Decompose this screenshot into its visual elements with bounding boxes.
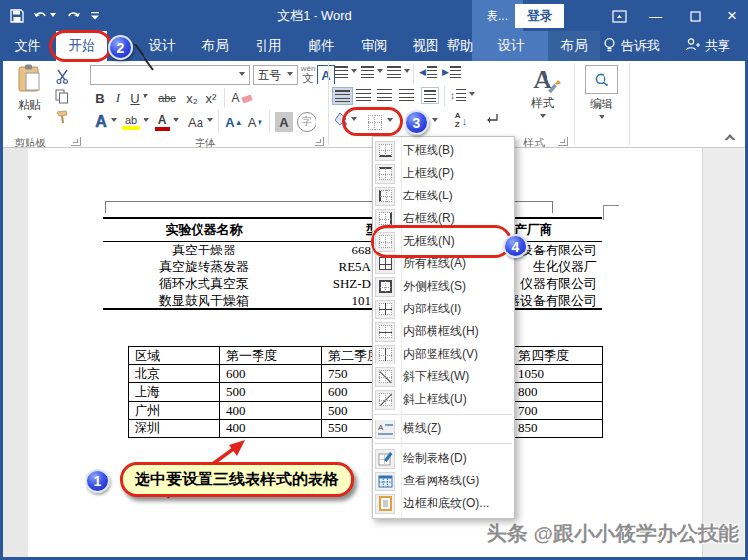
bold-icon[interactable]: B xyxy=(92,89,108,107)
styles-dialog-launcher[interactable] xyxy=(558,137,568,146)
tell-me-box[interactable]: 告诉我 xyxy=(604,31,660,61)
font-dialog-launcher[interactable] xyxy=(315,137,324,146)
save-icon[interactable] xyxy=(10,9,24,23)
tab-table-design[interactable]: 设计 xyxy=(489,31,533,61)
decrease-indent-icon[interactable]: ◀ xyxy=(419,66,437,78)
change-case-caret[interactable] xyxy=(207,118,213,125)
menu-item-inside-vertical-border[interactable]: 内部竖框线(V) xyxy=(373,343,514,365)
tab-view[interactable]: 视图 xyxy=(405,31,446,61)
font-color-icon[interactable]: A xyxy=(153,112,171,132)
copy-icon[interactable] xyxy=(51,87,73,105)
region-quarter-table[interactable]: 区域 第一季度 第二季度 第三季度 第四季度 北京 600 750 1050 上… xyxy=(128,346,603,438)
strikethrough-icon[interactable]: abc xyxy=(154,89,180,107)
menu-item-no-border[interactable]: 无框线(N) xyxy=(373,230,514,252)
menu-item-top-border[interactable]: 上框线(P) xyxy=(373,162,514,185)
tab-file[interactable]: 文件 xyxy=(8,31,47,61)
clear-formatting-icon[interactable]: A xyxy=(230,89,254,107)
menu-item-all-borders[interactable]: 所有框线(A) xyxy=(373,252,514,275)
tab-home[interactable]: 开始 xyxy=(56,31,107,61)
tab-mailings[interactable]: 邮件 xyxy=(301,31,342,61)
multilevel-list-icon[interactable] xyxy=(387,66,410,78)
tab-table-layout[interactable]: 布局 xyxy=(552,31,596,61)
numbering-icon[interactable] xyxy=(361,66,383,78)
share-button[interactable]: 共享 xyxy=(685,31,730,61)
change-case-icon[interactable]: Aa xyxy=(185,112,206,132)
shrink-font-icon[interactable]: A▼ xyxy=(246,112,265,132)
character-shading-icon[interactable]: A xyxy=(275,112,293,132)
draw-table-icon xyxy=(375,449,395,469)
superscript-icon[interactable]: x² xyxy=(202,89,220,107)
text-effects-icon[interactable]: A xyxy=(92,112,110,132)
menu-item-inside-horizontal-border[interactable]: 内部横框线(H) xyxy=(373,320,514,343)
border-inside-icon xyxy=(375,300,395,319)
styles-button[interactable]: A 样式 xyxy=(521,65,564,122)
menu-item-horizontal-line[interactable]: A 横线(Z) xyxy=(373,418,514,440)
customize-qat-caret-icon[interactable] xyxy=(90,12,100,21)
align-right-icon[interactable] xyxy=(377,89,392,101)
mini-separator xyxy=(218,110,219,134)
undo-dropdown-caret[interactable] xyxy=(50,13,56,20)
align-left-icon[interactable] xyxy=(332,87,353,105)
step-badge-3: 3 xyxy=(404,110,429,135)
menu-item-right-border[interactable]: 右框线(R) xyxy=(373,207,514,230)
tab-layout[interactable]: 布局 xyxy=(195,31,236,61)
font-size-combobox[interactable]: 五号 xyxy=(253,65,298,85)
minimize-button[interactable]: — xyxy=(641,0,670,31)
character-border-icon[interactable]: A xyxy=(317,65,335,84)
tab-design[interactable]: 设计 xyxy=(142,31,183,61)
paste-label: 粘贴 xyxy=(18,97,41,114)
phonetic-guide-icon[interactable]: wén 文 xyxy=(300,63,316,84)
bullets-icon[interactable] xyxy=(334,66,357,78)
subscript-icon[interactable]: x₂ xyxy=(183,89,201,107)
person-icon xyxy=(685,37,700,55)
menu-item-view-gridlines[interactable]: 查看网格线(G) xyxy=(373,470,514,492)
maximize-button[interactable] xyxy=(680,0,710,31)
borders-caret[interactable] xyxy=(387,118,393,125)
format-painter-icon[interactable] xyxy=(51,108,73,126)
instrument-table[interactable]: 实验仪器名称 型号 生产厂商 真空干燥器 668 设备有限公司 真空旋转蒸发器 … xyxy=(103,217,602,310)
menu-item-diagonal-up-border[interactable]: 斜上框线(U) xyxy=(373,388,514,411)
tab-references[interactable]: 引用 xyxy=(248,31,289,61)
clipboard-dialog-launcher[interactable] xyxy=(71,137,81,146)
menu-item-draw-table[interactable]: 绘制表格(D) xyxy=(373,447,514,470)
menu-item-borders-and-shading[interactable]: 边框和底纹(O)... xyxy=(373,492,514,515)
tab-review[interactable]: 审阅 xyxy=(354,31,395,61)
text-effects-caret[interactable] xyxy=(111,118,117,125)
menu-item-bottom-border[interactable]: 下框线(B) xyxy=(373,140,514,162)
highlight-caret[interactable] xyxy=(144,118,149,125)
distribute-icon[interactable] xyxy=(421,87,439,104)
line-spacing-icon[interactable]: ↕ xyxy=(450,89,475,101)
underline-icon[interactable]: U xyxy=(128,89,142,107)
italic-icon[interactable]: I xyxy=(111,89,125,107)
menu-item-inside-borders[interactable]: 内部框线(I) xyxy=(373,298,514,320)
shading-bucket-icon[interactable] xyxy=(332,112,357,128)
sort-icon[interactable]: AZ ↓ xyxy=(450,110,472,132)
paste-button[interactable]: 粘贴 xyxy=(8,65,51,122)
align-center-icon[interactable] xyxy=(356,89,371,101)
collapse-ribbon-chevron-icon[interactable] xyxy=(722,134,738,145)
justify-icon[interactable] xyxy=(399,89,414,101)
cut-icon[interactable] xyxy=(51,67,73,84)
sign-in-button[interactable]: 登录 xyxy=(515,4,564,28)
redo-icon[interactable] xyxy=(66,10,81,23)
highlight-color-icon[interactable]: ab xyxy=(120,112,142,132)
editing-button[interactable]: 编辑 xyxy=(582,65,621,122)
undo-icon[interactable] xyxy=(33,10,56,23)
vertical-scrollbar[interactable] xyxy=(702,148,744,560)
underline-caret[interactable] xyxy=(143,94,148,101)
quick-access-toolbar xyxy=(10,0,100,31)
grow-font-icon[interactable]: A▲ xyxy=(224,112,244,132)
menu-item-left-border[interactable]: 左框线(L) xyxy=(373,185,514,207)
ribbon-display-options-icon[interactable] xyxy=(605,0,633,31)
enclose-characters-icon[interactable]: 字 xyxy=(297,112,316,132)
hidden-button-caret[interactable] xyxy=(432,118,438,125)
increase-indent-icon[interactable]: ▶ xyxy=(442,66,461,78)
show-hide-marks-icon[interactable] xyxy=(484,112,500,126)
close-button[interactable]: × xyxy=(718,0,747,31)
tab-help[interactable]: 帮助 xyxy=(442,31,478,61)
borders-button[interactable] xyxy=(364,111,385,133)
font-name-combobox[interactable] xyxy=(90,65,250,85)
font-color-caret[interactable] xyxy=(173,118,179,125)
menu-item-diagonal-down-border[interactable]: 斜下框线(W) xyxy=(373,365,514,388)
menu-item-outside-borders[interactable]: 外侧框线(S) xyxy=(373,275,514,298)
